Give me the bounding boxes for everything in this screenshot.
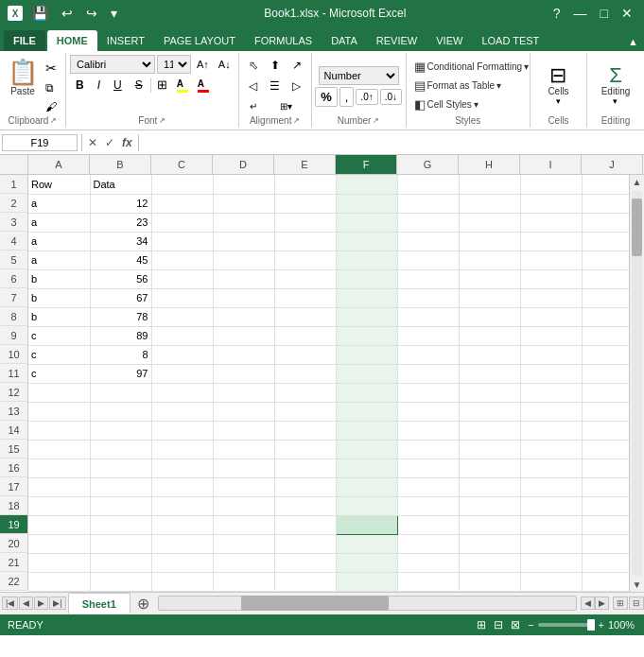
table-cell[interactable] — [397, 251, 459, 269]
sheet-tab-sheet1[interactable]: Sheet1 — [68, 593, 131, 614]
table-cell[interactable]: a — [28, 232, 90, 251]
table-cell[interactable] — [151, 232, 213, 251]
row-header[interactable]: 3 — [0, 213, 28, 232]
table-cell[interactable] — [90, 515, 151, 534]
table-cell[interactable] — [90, 477, 151, 496]
table-cell[interactable] — [459, 175, 520, 194]
table-cell[interactable] — [520, 402, 582, 421]
comma-button[interactable]: , — [339, 87, 355, 107]
table-cell[interactable] — [397, 213, 459, 232]
table-cell[interactable] — [90, 383, 151, 402]
paste-button[interactable]: 📋 Paste — [4, 55, 42, 98]
table-cell[interactable] — [582, 269, 629, 288]
col-header-G[interactable]: G — [397, 155, 459, 174]
fill-color-button[interactable]: A — [173, 76, 192, 94]
cut-button[interactable]: ✂ — [44, 59, 59, 78]
table-cell[interactable] — [397, 345, 459, 364]
table-cell[interactable] — [151, 515, 213, 534]
table-cell[interactable] — [213, 458, 274, 477]
table-cell[interactable] — [213, 326, 274, 345]
table-cell[interactable] — [151, 269, 213, 288]
table-cell[interactable]: c — [28, 326, 90, 345]
clipboard-expand-icon[interactable]: ↗ — [50, 116, 57, 125]
table-cell[interactable] — [274, 194, 336, 213]
table-cell[interactable] — [336, 383, 397, 402]
table-cell[interactable] — [336, 477, 397, 496]
v-scroll-track[interactable] — [632, 191, 642, 576]
table-cell[interactable] — [151, 572, 213, 591]
table-cell[interactable] — [520, 213, 582, 232]
tab-review[interactable]: REVIEW — [367, 30, 426, 51]
table-cell[interactable] — [582, 402, 629, 421]
table-cell[interactable] — [90, 496, 151, 515]
copy-button[interactable]: ⧉ — [44, 79, 59, 96]
table-cell[interactable] — [274, 364, 336, 383]
table-cell[interactable] — [520, 326, 582, 345]
qat-redo[interactable]: ↪ — [82, 6, 101, 21]
table-cell[interactable] — [397, 326, 459, 345]
vertical-scrollbar[interactable]: ▲ ▼ — [629, 175, 644, 592]
table-cell[interactable] — [151, 496, 213, 515]
table-cell[interactable] — [28, 572, 90, 591]
zoom-thumb[interactable] — [587, 619, 595, 631]
table-cell[interactable] — [28, 534, 90, 553]
row-header[interactable]: 10 — [0, 345, 28, 364]
tab-formulas[interactable]: FORMULAS — [245, 30, 322, 51]
table-cell[interactable] — [459, 269, 520, 288]
table-cell[interactable] — [213, 553, 274, 572]
row-header[interactable]: 15 — [0, 440, 28, 458]
table-cell[interactable] — [459, 232, 520, 251]
table-cell[interactable] — [274, 534, 336, 553]
table-cell[interactable] — [520, 458, 582, 477]
table-cell[interactable] — [274, 515, 336, 534]
table-cell[interactable] — [213, 496, 274, 515]
table-cell[interactable] — [459, 251, 520, 269]
help-btn[interactable]: ? — [549, 6, 565, 21]
table-cell[interactable] — [151, 288, 213, 307]
view-page-layout-button[interactable]: ⊟ — [494, 618, 503, 631]
table-cell[interactable] — [397, 194, 459, 213]
table-cell[interactable] — [213, 288, 274, 307]
table-cell[interactable]: b — [28, 307, 90, 326]
table-cell[interactable] — [213, 175, 274, 194]
table-cell[interactable]: 97 — [90, 364, 151, 383]
table-cell[interactable] — [582, 458, 629, 477]
table-cell[interactable] — [151, 326, 213, 345]
alignment-expand-icon[interactable]: ↗ — [293, 116, 300, 125]
table-cell[interactable] — [274, 496, 336, 515]
table-cell[interactable] — [336, 232, 397, 251]
table-cell[interactable] — [397, 440, 459, 458]
table-cell[interactable] — [459, 402, 520, 421]
table-cell[interactable] — [28, 440, 90, 458]
table-cell[interactable] — [582, 175, 629, 194]
table-cell[interactable] — [274, 440, 336, 458]
row-header[interactable]: 19 — [0, 515, 28, 534]
table-cell[interactable] — [213, 572, 274, 591]
table-cell[interactable] — [397, 288, 459, 307]
merge-center-button[interactable]: ⊞▾ — [265, 97, 307, 115]
table-cell[interactable] — [274, 251, 336, 269]
table-cell[interactable] — [520, 288, 582, 307]
table-cell[interactable] — [336, 515, 397, 534]
table-cell[interactable] — [459, 572, 520, 591]
table-cell[interactable]: 34 — [90, 232, 151, 251]
cells-button[interactable]: ⊟ Cells ▾ — [542, 55, 574, 115]
table-cell[interactable] — [397, 496, 459, 515]
row-header[interactable]: 12 — [0, 383, 28, 402]
strikethrough-button[interactable]: S — [130, 77, 148, 94]
increase-font-button[interactable]: A↑ — [193, 57, 213, 72]
table-cell[interactable] — [274, 553, 336, 572]
italic-button[interactable]: I — [92, 77, 106, 94]
confirm-formula-button[interactable]: ✓ — [103, 134, 116, 151]
table-cell[interactable] — [397, 175, 459, 194]
table-cell[interactable] — [520, 269, 582, 288]
table-cell[interactable] — [151, 345, 213, 364]
table-cell[interactable] — [459, 553, 520, 572]
view-page-break-button[interactable]: ⊠ — [511, 618, 520, 631]
table-cell[interactable] — [520, 496, 582, 515]
table-cell[interactable] — [274, 232, 336, 251]
h-scroll-left[interactable]: ◀ — [581, 596, 595, 610]
conditional-formatting-button[interactable]: ▦ Conditional Formatting ▾ — [410, 58, 526, 76]
table-cell[interactable] — [274, 383, 336, 402]
font-color-button[interactable]: A — [194, 76, 213, 94]
